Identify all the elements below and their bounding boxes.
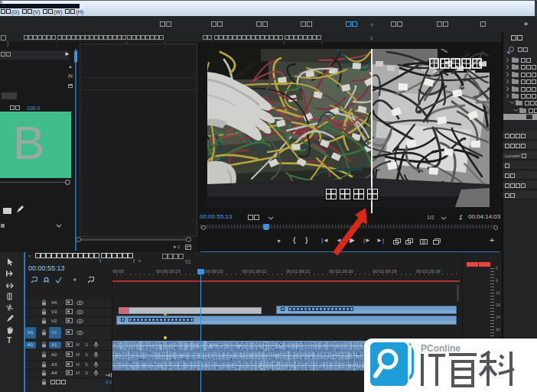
svg-text:PConline: PConline [421, 343, 461, 354]
